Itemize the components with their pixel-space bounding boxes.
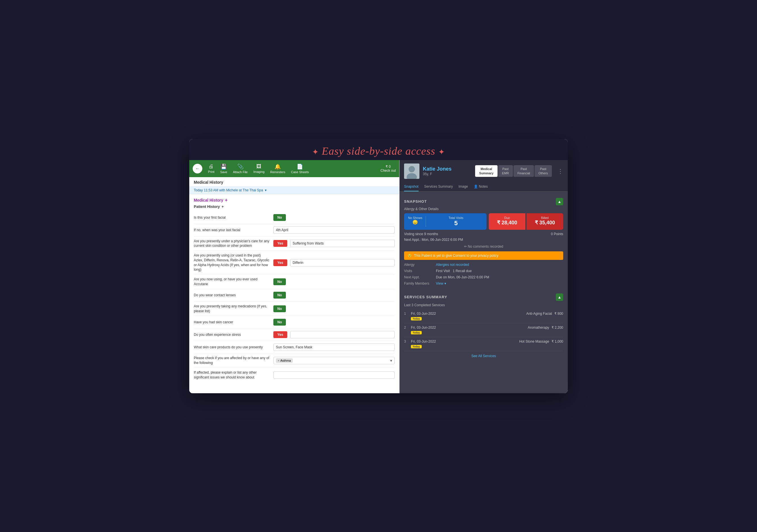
more-options-button[interactable]: ⋮ xyxy=(558,168,563,174)
avatar-image xyxy=(404,164,419,179)
add-patient-history-button[interactable]: + xyxy=(222,204,224,209)
visits-value: First Visit 1 Recall due xyxy=(436,269,563,273)
next-appt-value: Mon, 06-Jun-2022 6:00 PM xyxy=(422,238,463,242)
answer-input-2[interactable] xyxy=(273,226,395,234)
today-badge-1: Today xyxy=(411,317,422,321)
next-appt: Next Appt.: Mon, 06-Jun-2022 6:00 PM xyxy=(404,238,563,242)
tag-dropdown-icon[interactable]: ▾ xyxy=(390,358,392,363)
right-content: SNAPSHOT ▲ Allergy & Other Details No Sh… xyxy=(400,192,568,393)
case-sheets-button[interactable]: 📄 Case Sheets xyxy=(291,164,309,174)
family-dropdown-icon: ▾ xyxy=(444,281,446,286)
patient-history-label: Patient History xyxy=(194,204,220,209)
answer-yes-button-4[interactable]: Yes xyxy=(273,259,287,266)
answer-input-9[interactable] xyxy=(290,331,395,338)
service-amount-2: ₹ 2,200 xyxy=(552,326,563,329)
answer-no-button-8[interactable]: No xyxy=(273,319,286,326)
service-row-2: 2 Fri, 03-Jun-2022 Today Aromatherapy ₹ … xyxy=(404,323,563,337)
tab-past-emr[interactable]: PastEMR xyxy=(498,165,513,177)
imaging-label: Imaging xyxy=(254,170,264,173)
service-date-3: Fri, 03-Jun-2022 xyxy=(411,339,517,343)
form-body: Medical History + Patient History + Is t… xyxy=(189,194,399,393)
services-collapse-button[interactable]: ▲ xyxy=(556,294,563,301)
save-button[interactable]: 💾 Save xyxy=(220,164,227,174)
next-appt-label: Next Appt.: xyxy=(404,238,421,242)
question-row-1: Is this your first facial No xyxy=(194,211,395,224)
answer-input-3[interactable] xyxy=(290,240,395,247)
question-row-6: Do you wear contact lenses No xyxy=(194,289,395,302)
next-appt-row-value: Due on Mon, 06-Jun-2022 6:00 PM xyxy=(436,275,563,279)
reminders-button[interactable]: 🔔 Reminders xyxy=(270,164,285,174)
services-subtitle: Last 3 Completed Services xyxy=(404,303,563,307)
answer-input-4[interactable] xyxy=(290,259,395,266)
family-key: Family Members xyxy=(404,281,433,286)
subnav-image[interactable]: Image xyxy=(458,182,468,191)
panels: ← 🖨 Print 💾 Save 📎 Attach File 🖼 Imaging xyxy=(189,160,568,393)
allergy-value[interactable]: Allergies not recorded xyxy=(436,263,563,267)
financial-stat-box: Due ₹ 28,400 Billed ₹ 35,400 xyxy=(489,213,563,230)
checkout-count: ₹ 0 xyxy=(386,165,391,169)
patient-meta: 35y, F xyxy=(423,172,451,176)
recall-due-link[interactable]: 1 Recall due xyxy=(453,269,472,273)
toolbar: ← 🖨 Print 💾 Save 📎 Attach File 🖼 Imaging xyxy=(189,160,399,177)
print-icon: 🖨 xyxy=(209,164,214,170)
question-row-5: Are you now using, or have you ever used… xyxy=(194,275,395,289)
medical-history-heading: Medical History + xyxy=(194,198,395,203)
case-sheets-icon: 📄 xyxy=(297,164,303,170)
subnav-notes[interactable]: 👤 Notes xyxy=(474,182,488,191)
appointment-bar[interactable]: Today 11:53 AM with Michele at The Thai … xyxy=(189,187,399,194)
points: 0 Points xyxy=(551,232,563,236)
question-row-8: Have you had skin cancer No xyxy=(194,316,395,329)
back-button[interactable]: ← xyxy=(193,164,202,173)
answer-no-button-7[interactable]: No xyxy=(273,305,286,312)
total-visits-label: Total Visits xyxy=(448,216,463,220)
answer-input-10[interactable] xyxy=(273,343,395,351)
remove-asthma-button[interactable]: × xyxy=(278,359,279,362)
left-panel: ← 🖨 Print 💾 Save 📎 Attach File 🖼 Imaging xyxy=(189,160,400,393)
subnav-snapshot[interactable]: Snapshot xyxy=(404,182,419,191)
service-info-3: Fri, 03-Jun-2022 Today xyxy=(411,339,517,349)
back-icon: ← xyxy=(195,166,200,171)
imaging-button[interactable]: 🖼 Imaging xyxy=(254,164,264,173)
dropdown-icon: ▾ xyxy=(265,188,266,192)
patient-info: Katie Jones 35y, F xyxy=(423,166,451,176)
service-date-1: Fri, 03-Jun-2022 xyxy=(411,312,524,316)
sparkle-right: ✦ xyxy=(438,147,445,156)
tab-medical-summary[interactable]: MedicalSummary xyxy=(475,165,497,177)
attach-file-button[interactable]: 📎 Attach File xyxy=(233,164,248,174)
checkout-button[interactable]: ₹ 0 Check out xyxy=(380,165,396,172)
page-header: Medical History xyxy=(189,177,399,187)
total-visits-value: 5 xyxy=(454,220,458,227)
consent-emoji: 😟 xyxy=(408,254,412,258)
service-info-2: Fri, 03-Jun-2022 Today xyxy=(411,326,526,335)
tag-input-11[interactable]: × Asthma ▾ xyxy=(273,357,395,364)
tab-past-financial[interactable]: PastFinancial xyxy=(513,165,534,177)
sparkle-left: ✦ xyxy=(312,147,319,156)
first-visit-link[interactable]: First Visit xyxy=(436,269,450,273)
question-row-10: What skin care products do you use prese… xyxy=(194,341,395,354)
patient-tabs: MedicalSummary PastEMR PastFinancial Pas… xyxy=(475,165,552,177)
family-value: View ▾ xyxy=(436,281,563,286)
service-amount-3: ₹ 1,000 xyxy=(552,339,563,343)
add-medical-history-button[interactable]: + xyxy=(225,198,227,203)
snapshot-title: SNAPSHOT xyxy=(404,199,427,203)
decorative-title: ✦ Easy side-by-side access ✦ xyxy=(189,139,568,160)
family-view-button[interactable]: View ▾ xyxy=(436,281,446,286)
see-all-services-button[interactable]: See All Services xyxy=(404,351,563,361)
save-icon: 💾 xyxy=(221,164,227,170)
main-container: ✦ Easy side-by-side access ✦ ← 🖨 Print 💾… xyxy=(189,139,568,393)
answer-no-button-5[interactable]: No xyxy=(273,278,286,285)
due-amount: ₹ 28,400 xyxy=(497,220,517,226)
answer-input-12[interactable] xyxy=(273,371,395,379)
tab-past-others[interactable]: PastOthers xyxy=(534,165,552,177)
subnav-services-summary[interactable]: Services Summary xyxy=(424,182,453,191)
snapshot-collapse-button[interactable]: ▲ xyxy=(556,198,563,205)
answer-no-button-1[interactable]: No xyxy=(273,214,286,221)
answer-no-button-6[interactable]: No xyxy=(273,292,286,298)
answer-yes-button-3[interactable]: Yes xyxy=(273,240,287,247)
info-grid: Allergy Allergies not recorded Visits Fi… xyxy=(404,263,563,286)
print-button[interactable]: 🖨 Print xyxy=(208,164,215,173)
case-sheets-label: Case Sheets xyxy=(291,170,309,174)
visits-stat-box: No Shows 😞 Total Visits 5 xyxy=(404,213,487,230)
answer-yes-button-9[interactable]: Yes xyxy=(273,331,287,338)
service-date-2: Fri, 03-Jun-2022 xyxy=(411,326,526,329)
